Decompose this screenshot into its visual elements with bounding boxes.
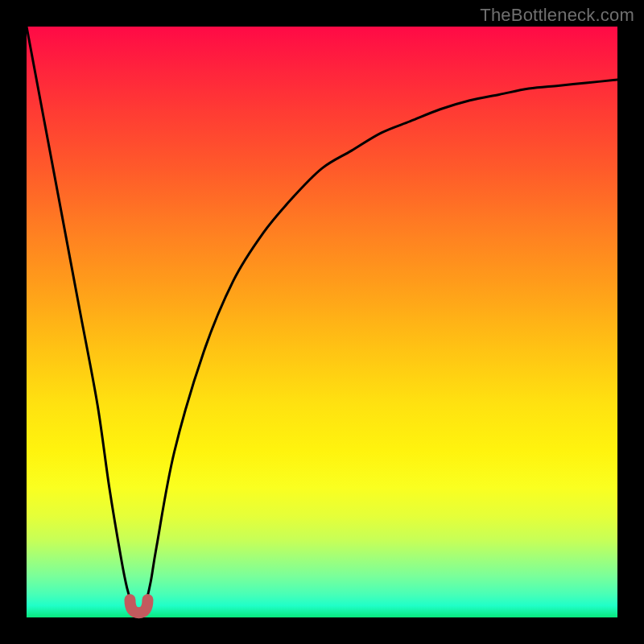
curve-layer (27, 27, 617, 617)
bottleneck-curve (27, 27, 617, 612)
chart-frame: TheBottleneck.com (0, 0, 644, 644)
optimal-marker (130, 600, 147, 613)
plot-area (27, 27, 617, 617)
watermark-text: TheBottleneck.com (480, 5, 634, 26)
